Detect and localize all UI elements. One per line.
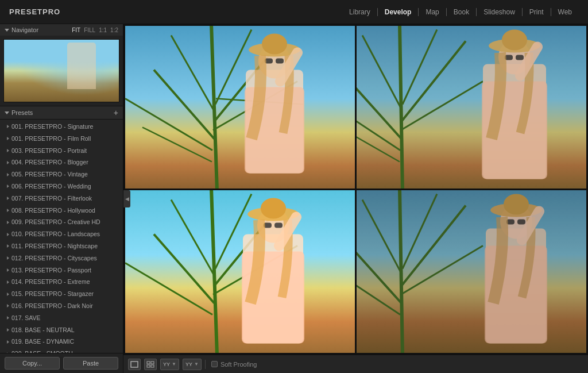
app-logo: PRESETPRO <box>9 7 60 16</box>
soft-proofing-checkbox[interactable] <box>211 361 218 367</box>
nav-link-map[interactable]: Map <box>419 8 446 16</box>
preset-item[interactable]: 005. PRESETPRO - Vintage <box>0 168 123 180</box>
photo-cell-top-left[interactable] <box>125 26 355 189</box>
view-single-button[interactable] <box>128 359 141 370</box>
photo-svg-top-right <box>357 26 586 189</box>
preset-item[interactable]: 001. PRESETPRO - Signature <box>0 121 123 133</box>
preview-thumbnail[interactable] <box>3 39 119 102</box>
left-panel-collapse-arrow[interactable]: ◀ <box>123 190 130 207</box>
preset-item[interactable]: 015. PRESETPRO - Stargazer <box>0 288 123 300</box>
sort-dropdown[interactable]: YY ▼ <box>183 359 202 370</box>
copy-button[interactable]: Copy... <box>5 357 60 370</box>
nav-link-slideshow[interactable]: Slideshow <box>477 8 523 16</box>
preset-name: 005. PRESETPRO - Vintage <box>11 170 88 179</box>
svg-rect-43 <box>125 190 355 353</box>
preset-name: 018. BASE - NEUTRAL <box>11 325 75 335</box>
left-panel: Navigator FIT FILL 1:1 1:2 <box>0 24 123 373</box>
preset-item[interactable]: 008. PRESETPRO - Hollywood <box>0 205 123 217</box>
soft-proofing-row: Soft Proofing <box>211 361 257 368</box>
preset-item[interactable]: 018. BASE - NEUTRAL <box>0 324 123 336</box>
presets-collapse-icon <box>5 111 9 114</box>
presets-header[interactable]: Presets + <box>0 106 123 120</box>
nav-link-develop[interactable]: Develop <box>378 8 419 16</box>
navigator-title: Navigator <box>11 26 38 33</box>
svg-point-7 <box>48 49 57 59</box>
svg-point-55 <box>261 198 286 219</box>
svg-rect-26 <box>357 26 586 189</box>
preset-item[interactable]: 012. PRESETPRO - Cityscapes <box>0 252 123 264</box>
nav-link-book[interactable]: Book <box>447 8 477 16</box>
presets-add-button[interactable]: + <box>114 109 118 117</box>
preset-name: 011. PRESETPRO - Nightscape <box>11 241 98 251</box>
zoom-1-1[interactable]: 1:1 <box>99 27 107 33</box>
main-wrapper: Navigator FIT FILL 1:1 1:2 <box>0 24 588 373</box>
preset-item[interactable]: 016. PRESETPRO - Dark Noir <box>0 300 123 312</box>
preset-collapse-icon <box>7 137 9 140</box>
photo-grid <box>123 24 588 355</box>
preset-item[interactable]: 007. PRESETPRO - Filterlook <box>0 193 123 205</box>
preset-item[interactable]: 013. PRESETPRO - Passport <box>0 264 123 276</box>
photo-cell-bottom-right[interactable] <box>357 190 586 353</box>
nav-link-print[interactable]: Print <box>523 8 551 16</box>
preset-name: 008. PRESETPRO - Hollywood <box>11 206 95 216</box>
nav-links: LibraryDevelopMapBookSlideshowPrintWeb <box>342 8 579 16</box>
preset-name: 020. BASE - SMOOTH <box>11 349 73 353</box>
preset-name: 019. BASE - DYNAMIC <box>11 337 74 347</box>
svg-line-3 <box>38 57 59 86</box>
nav-link-web[interactable]: Web <box>551 8 579 16</box>
preset-name: 001. PRESETPRO - Signature <box>11 122 93 132</box>
preset-item[interactable]: 014. PRESETPRO - Extreme <box>0 276 123 288</box>
svg-rect-78 <box>147 365 150 367</box>
preset-collapse-icon <box>7 233 9 236</box>
view-mode-dropdown[interactable]: YY ▼ <box>160 359 179 370</box>
soft-proofing-label: Soft Proofing <box>220 361 257 368</box>
preset-item[interactable]: 011. PRESETPRO - Nightscape <box>0 240 123 252</box>
navigator-header[interactable]: Navigator FIT FILL 1:1 1:2 <box>0 24 123 36</box>
top-navigation: PRESETPRO LibraryDevelopMapBookSlideshow… <box>0 0 588 24</box>
paste-button[interactable]: Paste <box>63 357 118 370</box>
preset-item[interactable]: 004. PRESETPRO - Blogger <box>0 156 123 168</box>
svg-point-22 <box>262 34 287 55</box>
photo-svg-top-left <box>125 26 355 189</box>
nav-link-library[interactable]: Library <box>342 8 378 16</box>
svg-rect-57 <box>274 223 283 228</box>
preset-name: 010. PRESETPRO - Landscapes <box>11 229 100 239</box>
sort-label: YY <box>185 362 192 367</box>
preview-svg <box>4 40 119 102</box>
zoom-fill[interactable]: FILL <box>84 27 95 33</box>
preset-collapse-icon <box>7 293 9 296</box>
preset-item[interactable]: 019. BASE - DYNAMIC <box>0 336 123 348</box>
svg-point-39 <box>502 30 527 51</box>
preset-item[interactable]: 003. PRESETPRO - Portrait <box>0 145 123 157</box>
zoom-fit[interactable]: FIT <box>72 27 80 33</box>
bottom-toolbar: YY ▼ YY ▼ Soft Proofing <box>123 355 588 373</box>
navigator-zoom-controls: FIT FILL 1:1 1:2 <box>72 27 118 33</box>
view-grid-button[interactable] <box>144 359 157 370</box>
preset-collapse-icon <box>7 173 9 176</box>
preset-collapse-icon <box>7 340 9 344</box>
view-grid-icon <box>146 361 154 368</box>
view-mode-chevron: ▼ <box>172 362 176 367</box>
preset-collapse-icon <box>7 221 9 224</box>
preset-item[interactable]: 010. PRESETPRO - Landscapes <box>0 228 123 240</box>
sort-chevron: ▼ <box>194 362 199 367</box>
preset-collapse-icon <box>7 244 9 248</box>
preset-collapse-icon <box>7 209 9 212</box>
photo-cell-top-right[interactable] <box>357 26 586 189</box>
preset-item[interactable]: 006. PRESETPRO - Wedding <box>0 180 123 193</box>
preset-item[interactable]: 001. PRESETPRO - Film Roll <box>0 133 123 145</box>
preset-name: 006. PRESETPRO - Wedding <box>11 182 91 191</box>
preset-collapse-icon <box>7 161 9 164</box>
preset-collapse-icon <box>7 280 9 284</box>
preset-name: 016. PRESETPRO - Dark Noir <box>11 301 93 311</box>
preset-item[interactable]: 009. PRESETPRO - Creative HD <box>0 216 123 228</box>
preset-name: 003. PRESETPRO - Portrait <box>11 146 87 156</box>
zoom-1-2[interactable]: 1:2 <box>110 27 118 33</box>
preset-collapse-icon <box>7 184 9 188</box>
preset-item[interactable]: 017. SAVE <box>0 312 123 324</box>
svg-rect-76 <box>147 362 150 364</box>
navigator-preview <box>0 36 123 106</box>
photo-cell-bottom-left[interactable] <box>125 190 355 353</box>
preset-collapse-icon <box>7 256 9 260</box>
preset-item[interactable]: 020. BASE - SMOOTH <box>0 348 123 353</box>
